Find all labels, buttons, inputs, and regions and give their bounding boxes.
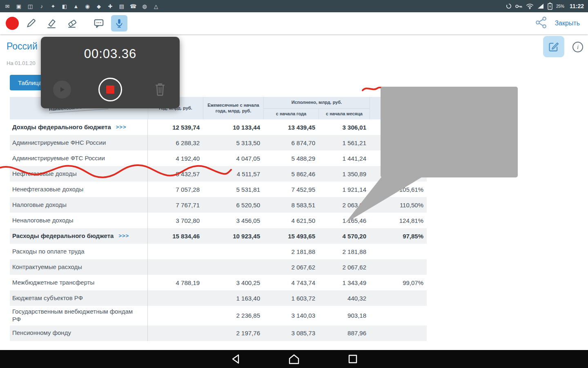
row-value: 7 452,95 (263, 186, 318, 193)
row-value: 8 583,51 (263, 202, 318, 209)
record-button[interactable] (6, 17, 19, 30)
row-value: 5 488,29 (263, 155, 318, 162)
row-value: 1 165,46 (318, 217, 370, 224)
mic-tool-button[interactable] (111, 15, 127, 31)
diamond-icon: ◆ (96, 3, 102, 9)
row-value: 15 493,65 (263, 233, 318, 240)
row-label: Администрируемые ФТС России (10, 150, 148, 166)
star-icon: ✦ (50, 3, 56, 9)
play-button[interactable] (53, 81, 71, 99)
download-icon: ▲ (73, 3, 79, 9)
row-label: Межбюджетные трансферты (10, 275, 148, 290)
row-value: 5 432,57 (148, 171, 203, 177)
sd-card-icon: ◫ (27, 3, 33, 9)
row-value: 97,85% (370, 233, 427, 240)
marker-tool-button[interactable] (43, 15, 60, 31)
row-label: Расходы по оплате труда (10, 244, 148, 259)
table-row: Межбюджетные трансферты4 788,193 400,254… (10, 275, 427, 290)
row-value: 7 767,71 (148, 202, 203, 209)
recents-button[interactable] (346, 352, 360, 366)
row-value: 2 197,76 (203, 330, 263, 337)
row-value: 1 343,49 (318, 279, 370, 286)
table-row: Налоговые доходы7 767,716 520,508 583,51… (10, 197, 427, 213)
row-expand-link[interactable]: >>> (118, 233, 129, 239)
header-executed-group: Исполнено, млрд. руб. (263, 97, 370, 108)
row-value: 3 085,73 (263, 330, 318, 337)
row-value: 3 400,25 (203, 279, 263, 286)
info-button[interactable]: i (572, 42, 583, 52)
row-label: Доходы федерального бюджета>>> (10, 119, 148, 135)
pencil-icon (26, 18, 36, 29)
row-value: 1 561,21 (318, 139, 370, 146)
table-row: Расходы по оплате труда2 181,882 181,88 (10, 244, 427, 259)
comment-tool-button[interactable] (91, 15, 107, 31)
warning-icon: △ (153, 3, 159, 9)
back-button[interactable] (229, 352, 243, 366)
row-label: Пенсионному фонду (10, 325, 148, 341)
annotation-toolbar: Закрыть (0, 12, 588, 34)
microphone-icon (114, 18, 125, 29)
table-row: Пенсионному фонду2 197,763 085,73887,96 (10, 325, 427, 341)
sync-icon (506, 3, 512, 9)
row-value: 124,81% (370, 217, 427, 224)
battery-percent: 25% (556, 4, 564, 9)
recents-icon (347, 354, 358, 364)
eraser-icon (67, 18, 77, 29)
row-label: Налоговые доходы (10, 197, 148, 213)
table-row: Администрируемые ФНС России6 288,325 313… (10, 135, 427, 150)
home-icon (288, 353, 300, 365)
row-value: 2 236,85 (203, 312, 263, 319)
row-value: 1 921,14 (318, 186, 370, 193)
row-label: Контрактуемые расходы (10, 259, 148, 275)
row-label: Государственным внебюджетным фондам РФ (10, 306, 148, 325)
play-icon (58, 86, 66, 93)
row-value: 2 067,62 (263, 264, 318, 271)
marker-icon (46, 18, 57, 29)
delete-recording-button[interactable] (152, 81, 168, 97)
row-expand-link[interactable]: >>> (116, 124, 127, 130)
android-nav-bar (0, 350, 588, 368)
display-icon: ◧ (61, 3, 68, 9)
battery-charging-icon (548, 2, 552, 10)
home-button[interactable] (287, 352, 301, 366)
table-body: Доходы федерального бюджета>>>12 539,741… (10, 119, 427, 341)
clock: 11:22 (570, 3, 584, 9)
phone-icon: ☎ (130, 3, 136, 9)
budget-table: Наименование показателя год, млрд. руб. … (10, 97, 427, 341)
layers-icon: ▤ (118, 3, 125, 9)
comment-icon (94, 18, 104, 29)
table-row: Расходы федерального бюджета>>>15 834,46… (10, 228, 427, 244)
music-icon: ♪ (38, 3, 45, 9)
stop-button[interactable] (98, 78, 122, 101)
eraser-tool-button[interactable] (64, 15, 80, 31)
row-value: 5 531,81 (203, 186, 263, 193)
row-value: 4 788,19 (148, 279, 203, 286)
row-value: 3 140,03 (263, 312, 318, 319)
close-button[interactable]: Закрыть (555, 20, 580, 27)
row-value: 2 181,88 (318, 248, 370, 255)
edit-note-button[interactable] (543, 36, 564, 57)
table-row: Неналоговые доходы3 702,803 456,054 621,… (10, 213, 427, 228)
status-bar: ✉▣◫♪✦◧▲◉◆✚▤☎◍△ 25% 11:22 (0, 0, 588, 12)
wifi-icon (526, 3, 534, 9)
share-icon (535, 16, 547, 29)
row-label: Ненефтегазовые доходы (10, 182, 148, 197)
row-value: 440,32 (318, 295, 370, 302)
header-executed-mtd: с начала месяца (318, 108, 370, 119)
table-row: Ненефтегазовые доходы7 057,285 531,817 4… (10, 182, 427, 197)
row-value: 903,18 (318, 312, 370, 319)
row-value: 6 874,70 (263, 139, 318, 146)
dot-icon: ◍ (141, 3, 148, 9)
header-executed-ytd: с начала года (263, 108, 318, 119)
row-value: 4 570,20 (318, 233, 370, 240)
row-value: 15 834,46 (148, 233, 203, 240)
status-left-icons: ✉▣◫♪✦◧▲◉◆✚▤☎◍△ (4, 3, 159, 9)
vpn-key-icon (515, 4, 522, 9)
row-label: Нефтегазовые доходы (10, 166, 148, 182)
row-value: 1 441,24 (318, 155, 370, 162)
row-value: 10 133,44 (203, 124, 263, 131)
pencil-tool-button[interactable] (23, 15, 39, 31)
row-value: 4 192,40 (148, 155, 203, 162)
share-button[interactable] (535, 16, 547, 30)
table-row: Государственным внебюджетным фондам РФ2 … (10, 306, 427, 325)
